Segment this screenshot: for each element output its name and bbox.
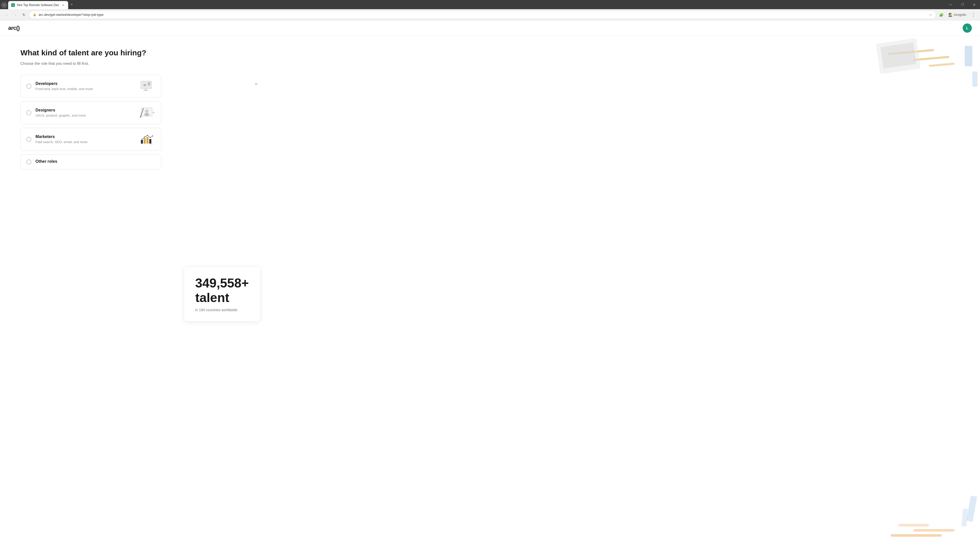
svg-point-18 [142,139,142,140]
app-logo[interactable]: arc() [8,25,20,32]
radio-developers[interactable] [26,84,32,89]
option-marketers-desc: Paid search, SEO, email, and more [35,140,135,144]
marketers-icon: ☞ [139,133,156,146]
url-text: arc.dev/get-started/developer?step=job-t… [38,13,927,17]
option-designers[interactable]: Designers UI/UX, product, graphic, and m… [21,101,161,124]
deco-laptop-screen [880,42,916,68]
svg-point-19 [144,137,145,138]
option-designers-content: Designers UI/UX, product, graphic, and m… [35,108,135,118]
right-panel: 349,558+ talent in 190 countries worldwi… [173,36,980,547]
svg-rect-3 [148,83,150,83]
page-subtitle: Choose the role that you need to fill fi… [21,61,161,65]
tab-group-button[interactable]: ▾ [1,2,7,8]
svg-point-21 [150,137,151,138]
main-content: What kind of talent are you hiring? Choo… [0,36,980,547]
option-designers-title: Designers [35,108,135,113]
option-developers-title: Developers [35,81,135,86]
forward-button[interactable]: › [12,11,19,18]
tab-favicon: A [11,3,15,7]
stats-talent-label: talent [195,291,249,305]
new-tab-button[interactable]: + [68,1,75,8]
user-avatar[interactable]: L [963,24,972,33]
svg-rect-15 [144,138,146,144]
svg-rect-14 [141,140,143,144]
tab-close-button[interactable]: ✕ [61,3,65,7]
minimize-button[interactable]: — [945,0,956,9]
radio-other[interactable] [26,159,32,165]
svg-rect-16 [146,137,148,144]
svg-point-9 [145,110,148,113]
secure-icon: 🔒 [33,13,37,16]
reload-button[interactable]: ↻ [21,11,27,18]
option-other[interactable]: Other roles [21,154,161,170]
app-header: arc() L [0,21,980,36]
developers-icon: ‹/› [139,79,156,93]
deco-stripe-3 [929,63,955,67]
option-other-title: Other roles [35,159,156,164]
svg-rect-4 [148,84,150,84]
stats-number: 349,558+ [195,276,249,291]
options-list: Developers Front-end, back-end, mobile, … [21,75,161,170]
radio-marketers[interactable] [26,137,32,142]
designers-icon [139,106,156,119]
stats-card: 349,558+ talent in 190 countries worldwi… [184,267,260,321]
page-heading: What kind of talent are you hiring? [21,48,161,58]
incognito-label: Incognito [954,13,966,17]
svg-point-10 [144,113,149,116]
svg-point-20 [147,135,148,136]
address-bar[interactable]: 🔒 arc.dev/get-started/developer?step=job… [29,11,936,19]
incognito-icon: 🕵 [948,13,953,17]
menu-button[interactable]: ⋮ [970,11,977,18]
option-developers[interactable]: Developers Front-end, back-end, mobile, … [21,75,161,98]
svg-point-22 [152,135,153,137]
option-developers-desc: Front-end, back-end, mobile, and more [35,87,135,91]
extensions-button[interactable]: 🧩 [938,11,945,18]
stats-description: in 190 countries worldwide. [195,308,249,312]
option-designers-desc: UI/UX, product, graphic, and more [35,114,135,118]
incognito-indicator: 🕵 Incognito [946,11,968,18]
active-tab[interactable]: A Hire Top Remote Software Dev ✕ [8,1,68,9]
svg-text:‹/›: ‹/› [143,83,146,86]
deco-arrow: ▶ [255,82,258,86]
tab-title: Hire Top Remote Software Dev [17,3,59,7]
deco-stripe-5 [972,71,977,87]
svg-rect-5 [148,85,150,85]
deco-bottom-2 [914,529,955,532]
option-marketers[interactable]: Marketers Paid search, SEO, email, and m… [21,128,161,151]
svg-marker-13 [153,111,154,114]
deco-right-1 [966,495,977,522]
left-panel: What kind of talent are you hiring? Choo… [0,36,173,547]
maximize-button[interactable]: ❐ [956,0,968,9]
close-button[interactable]: ✕ [968,0,980,9]
deco-bottom-1 [891,534,942,537]
option-developers-content: Developers Front-end, back-end, mobile, … [35,81,135,91]
svg-text:☞: ☞ [151,143,153,146]
bookmark-icon[interactable]: ☆ [929,13,932,17]
svg-rect-6 [145,89,146,90]
option-marketers-content: Marketers Paid search, SEO, email, and m… [35,135,135,144]
deco-right-2 [961,508,968,527]
deco-stripe-4 [965,46,972,66]
svg-rect-7 [143,90,148,91]
back-button[interactable]: ‹ [3,11,10,18]
option-marketers-title: Marketers [35,135,135,139]
option-other-content: Other roles [35,159,156,165]
radio-designers[interactable] [26,110,32,115]
deco-bottom-3 [898,524,929,527]
